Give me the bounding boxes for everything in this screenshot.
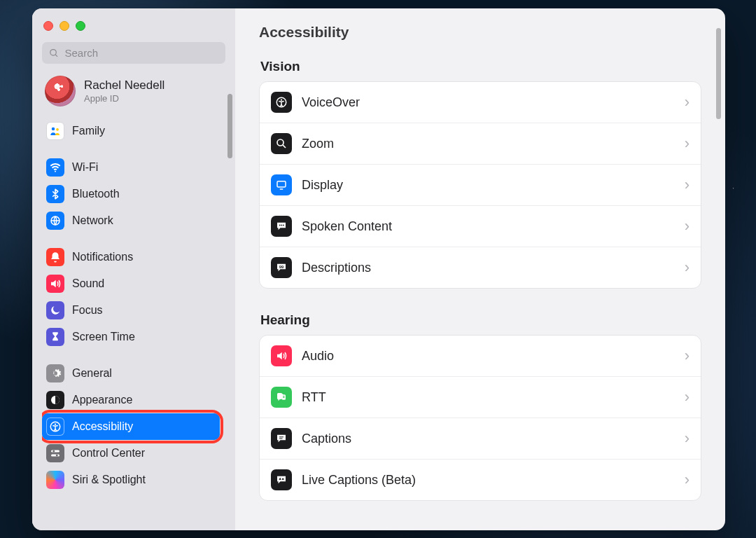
row-label: Display [302,178,675,193]
section-title-hearing: Hearing [260,312,700,328]
svg-point-20 [281,225,282,226]
chevron-right-icon: › [685,472,690,488]
sidebar-item-family[interactable]: Family [42,118,220,144]
sidebar-scrollbar[interactable] [227,94,232,158]
svg-rect-9 [51,450,59,453]
main-pane: Accessibility Vision VoiceOver › Zoom › … [235,8,725,530]
user-subtitle: Apple ID [84,93,164,104]
sidebar-item-sound[interactable]: Sound [42,270,220,297]
zoom-window-button[interactable] [76,21,85,31]
svg-point-19 [279,225,281,226]
main-scrollbar[interactable] [716,28,721,119]
svg-point-11 [52,450,55,453]
sidebar-item-label: Network [72,214,113,227]
sidebar-scroll: Rachel Needell Apple ID Family Wi-Fi [42,72,225,527]
chevron-right-icon: › [685,348,690,364]
display-icon [271,174,292,195]
sidebar-item-label: Focus [72,304,103,317]
svg-point-2 [52,127,55,131]
chevron-right-icon: › [685,389,690,405]
row-label: VoiceOver [302,95,675,110]
sidebar-item-network[interactable]: Network [42,207,220,234]
control-center-icon [46,444,64,462]
minimize-window-button[interactable] [59,21,69,31]
captions-icon [271,428,292,449]
gear-icon [46,364,64,382]
chevron-right-icon: › [685,177,690,193]
chevron-right-icon: › [685,136,690,151]
sidebar-item-label: Notifications [72,251,133,263]
sidebar-item-focus[interactable]: Focus [42,297,220,324]
row-zoom[interactable]: Zoom › [260,123,701,164]
sidebar-item-notifications[interactable]: Notifications [42,244,220,270]
live-captions-icon [271,469,292,490]
moon-icon [46,301,64,319]
panel-vision: VoiceOver › Zoom › Display › Spoken Cont… [259,81,701,289]
sidebar-item-label: Sound [72,277,104,290]
chevron-right-icon: › [685,219,690,234]
svg-point-4 [55,171,56,172]
zoom-icon [271,133,292,154]
avatar [45,76,76,106]
voiceover-icon [271,92,292,113]
window-controls [43,21,225,31]
sidebar-item-label: General [72,367,112,380]
chevron-right-icon: › [685,431,690,446]
row-descriptions[interactable]: 99 Descriptions › [260,247,701,288]
svg-rect-10 [51,455,59,457]
svg-point-12 [56,455,58,457]
sidebar-item-bluetooth[interactable]: Bluetooth [42,181,220,207]
svg-line-16 [283,145,286,148]
system-settings-window: Rachel Needell Apple ID Family Wi-Fi [32,8,725,530]
sidebar-item-label: Control Center [72,447,145,460]
family-icon [46,122,64,140]
section-title-vision: Vision [260,59,700,74]
sidebar-item-wifi[interactable]: Wi-Fi [42,154,220,181]
chevron-right-icon: › [685,95,690,110]
sidebar-item-siri-spotlight[interactable]: Siri & Spotlight [42,467,220,493]
sidebar-item-accessibility[interactable]: Accessibility [42,413,220,440]
annotation-highlight [42,410,223,443]
row-spoken-content[interactable]: Spoken Content › [260,205,701,247]
sidebar-item-control-center[interactable]: Control Center [42,440,220,467]
sidebar-item-screen-time[interactable]: Screen Time [42,324,220,350]
rtt-icon [271,387,292,408]
sidebar-item-general[interactable]: General [42,360,220,387]
svg-point-15 [277,139,284,146]
sidebar-item-label: Siri & Spotlight [72,474,146,486]
row-audio[interactable]: Audio › [260,336,701,376]
bluetooth-icon [46,185,64,203]
row-live-captions[interactable]: Live Captions (Beta) › [260,459,701,500]
sidebar-item-label: Wi-Fi [72,161,98,174]
svg-line-1 [55,54,57,56]
row-captions[interactable]: Captions › [260,418,701,459]
row-label: RTT [302,390,675,405]
row-voiceover[interactable]: VoiceOver › [260,82,701,123]
search-input[interactable] [65,47,218,59]
search-field[interactable] [42,42,225,64]
appearance-icon [46,391,64,409]
speaker-icon [271,345,292,366]
row-label: Captions [302,432,675,446]
sidebar-item-apple-id[interactable]: Rachel Needell Apple ID [42,72,220,116]
row-label: Spoken Content [302,219,675,234]
chevron-right-icon: › [685,260,690,275]
svg-point-3 [56,128,59,131]
row-label: Audio [302,349,675,364]
wifi-icon [46,158,64,177]
user-name: Rachel Needell [84,78,164,92]
bell-icon [46,248,64,266]
row-display[interactable]: Display › [260,164,701,205]
sidebar-item-label: Screen Time [72,331,135,343]
svg-point-14 [281,99,282,101]
row-label: Live Captions (Beta) [302,473,675,488]
hourglass-icon [46,328,64,346]
sidebar-item-label: Appearance [72,394,132,406]
network-icon [46,212,64,230]
row-rtt[interactable]: RTT › [260,376,701,418]
row-label: Descriptions [302,261,675,275]
row-label: Zoom [302,137,675,151]
close-window-button[interactable] [43,21,53,31]
search-icon [49,48,59,59]
sidebar: Rachel Needell Apple ID Family Wi-Fi [32,8,235,530]
